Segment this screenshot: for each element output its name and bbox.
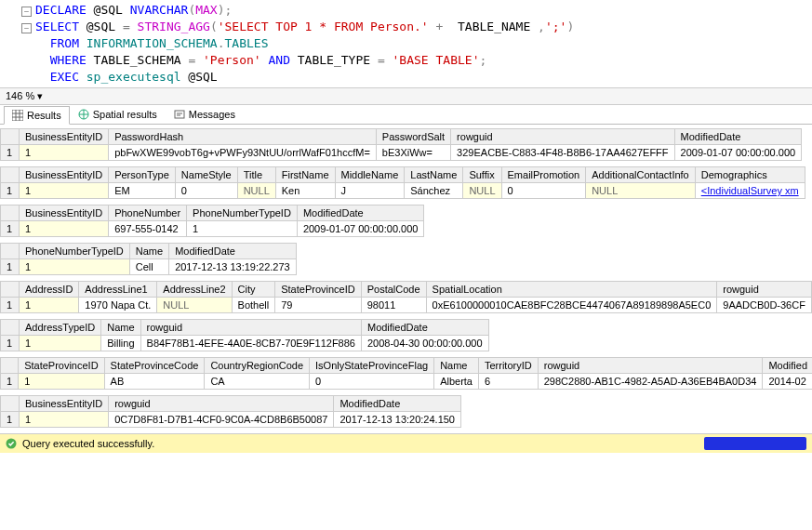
cell[interactable]: 1: [20, 183, 109, 199]
zoom-level[interactable]: 146 % ▾: [0, 87, 812, 105]
cell[interactable]: 0C7D8F81-D7B1-4CF0-9C0A-4CD8B6B50087: [109, 412, 334, 428]
cell[interactable]: 2014-02: [763, 374, 812, 390]
column-header[interactable]: ModifiedDate: [334, 396, 461, 412]
column-header[interactable]: rowguid: [717, 282, 812, 298]
column-header[interactable]: StateProvinceCode: [104, 358, 205, 374]
table-row[interactable]: 11pbFwXWE99vobT6g+vPWFy93NtUU/orrlWafF01…: [1, 145, 802, 161]
cell[interactable]: EM: [109, 183, 176, 199]
cell[interactable]: 6: [478, 374, 538, 390]
column-header[interactable]: BusinessEntityID: [20, 396, 109, 412]
column-header[interactable]: ModifiedDate: [674, 129, 802, 145]
column-header[interactable]: Demographics: [695, 167, 805, 183]
column-header[interactable]: Name: [129, 244, 168, 259]
column-header[interactable]: rowguid: [140, 320, 361, 336]
cell[interactable]: 1: [20, 336, 101, 351]
cell[interactable]: pbFwXWE99vobT6g+vPWFy93NtUU/orrlWafF01hc…: [109, 145, 377, 161]
column-header[interactable]: BusinessEntityID: [20, 167, 109, 183]
cell[interactable]: AB: [104, 374, 205, 390]
column-header[interactable]: NameStyle: [175, 167, 237, 183]
cell[interactable]: 2017-12-13 13:19:22.273: [169, 259, 297, 275]
table-row[interactable]: 11ABCA0Alberta6298C2880-AB1C-4982-A5AD-A…: [1, 374, 813, 390]
cell[interactable]: NULL: [237, 183, 275, 199]
column-header[interactable]: Suffix: [463, 167, 501, 183]
column-header[interactable]: PersonType: [109, 167, 176, 183]
table-row[interactable]: 11BillingB84F78B1-4EFE-4A0E-8CB7-70E9F11…: [1, 336, 489, 351]
cell[interactable]: 0: [501, 183, 586, 199]
column-header[interactable]: FirstName: [275, 167, 335, 183]
column-header[interactable]: rowguid: [109, 396, 334, 412]
column-header[interactable]: Name: [434, 358, 479, 374]
column-header[interactable]: TerritoryID: [478, 358, 538, 374]
column-header[interactable]: PostalCode: [361, 282, 426, 298]
table-row[interactable]: 110C7D8F81-D7B1-4CF0-9C0A-4CD8B6B5008720…: [1, 412, 461, 428]
column-header[interactable]: AddressLine2: [157, 282, 232, 298]
column-header[interactable]: StateProvinceID: [19, 358, 104, 374]
cell[interactable]: 298C2880-AB1C-4982-A5AD-A36EB4BA0D34: [538, 374, 763, 390]
column-header[interactable]: AdditionalContactInfo: [586, 167, 696, 183]
cell[interactable]: 1: [19, 374, 104, 390]
cell[interactable]: 1: [20, 298, 79, 313]
cell[interactable]: 329EACBE-C883-4F48-B8B6-17AA4627EFFF: [451, 145, 674, 161]
cell[interactable]: 697-555-0142: [109, 221, 187, 237]
column-header[interactable]: EmailPromotion: [501, 167, 586, 183]
cell[interactable]: J: [335, 183, 405, 199]
table-row[interactable]: 11EM0NULLKenJSánchezNULL0NULL<Individual…: [1, 183, 805, 199]
result-grid[interactable]: AddressTypeIDNamerowguidModifiedDate11Bi…: [0, 319, 489, 351]
cell[interactable]: 1: [20, 412, 109, 428]
result-grid[interactable]: BusinessEntityIDrowguidModifiedDate110C7…: [0, 395, 461, 428]
cell[interactable]: 1: [187, 221, 298, 237]
column-header[interactable]: Modified: [763, 358, 812, 374]
result-grid[interactable]: BusinessEntityIDPersonTypeNameStyleTitle…: [0, 166, 805, 199]
column-header[interactable]: PhoneNumberTypeID: [20, 244, 130, 259]
cell[interactable]: 0: [310, 374, 434, 390]
column-header[interactable]: SpatialLocation: [426, 282, 717, 298]
column-header[interactable]: Title: [237, 167, 275, 183]
sql-editor[interactable]: − DECLARE @SQL NVARCHAR(MAX); − SELECT @…: [0, 0, 812, 87]
column-header[interactable]: PhoneNumberTypeID: [187, 205, 298, 221]
cell[interactable]: Ken: [275, 183, 335, 199]
cell[interactable]: 1: [20, 259, 130, 275]
column-header[interactable]: ModifiedDate: [169, 244, 297, 259]
column-header[interactable]: IsOnlyStateProvinceFlag: [310, 358, 434, 374]
column-header[interactable]: LastName: [405, 167, 463, 183]
cell[interactable]: NULL: [157, 298, 232, 313]
fold-icon[interactable]: −: [21, 7, 32, 17]
cell[interactable]: 98011: [361, 298, 426, 313]
cell[interactable]: 9AADCB0D-36CF: [717, 298, 812, 313]
cell[interactable]: Bothell: [232, 298, 275, 313]
cell[interactable]: 79: [275, 298, 361, 313]
cell[interactable]: 2017-12-13 13:20:24.150: [334, 412, 461, 428]
result-grid[interactable]: BusinessEntityIDPasswordHashPasswordSalt…: [0, 128, 802, 161]
column-header[interactable]: StateProvinceID: [275, 282, 361, 298]
column-header[interactable]: AddressTypeID: [20, 320, 101, 336]
column-header[interactable]: AddressID: [20, 282, 79, 298]
cell[interactable]: Alberta: [434, 374, 479, 390]
cell[interactable]: 1: [20, 145, 109, 161]
column-header[interactable]: BusinessEntityID: [20, 129, 109, 145]
column-header[interactable]: rowguid: [538, 358, 763, 374]
result-grid[interactable]: StateProvinceIDStateProvinceCodeCountryR…: [0, 357, 812, 390]
cell[interactable]: 1970 Napa Ct.: [79, 298, 157, 313]
column-header[interactable]: PasswordHash: [109, 129, 377, 145]
column-header[interactable]: ModifiedDate: [361, 320, 488, 336]
fold-icon[interactable]: −: [21, 23, 32, 33]
tab-messages[interactable]: Messages: [166, 105, 244, 124]
column-header[interactable]: rowguid: [451, 129, 674, 145]
column-header[interactable]: Name: [101, 320, 140, 336]
table-row[interactable]: 11697-555-014212009-01-07 00:00:00.000: [1, 221, 424, 237]
tab-spatial[interactable]: Spatial results: [70, 105, 166, 124]
table-row[interactable]: 111970 Napa Ct.NULLBothell79980110xE6100…: [1, 298, 812, 313]
column-header[interactable]: CountryRegionCode: [205, 358, 310, 374]
cell[interactable]: 0: [175, 183, 237, 199]
column-header[interactable]: MiddleName: [335, 167, 405, 183]
column-header[interactable]: City: [232, 282, 275, 298]
cell[interactable]: NULL: [463, 183, 501, 199]
result-grid[interactable]: BusinessEntityIDPhoneNumberPhoneNumberTy…: [0, 205, 424, 237]
cell[interactable]: 0xE6100000010CAE8BFC28BCE4474067A8918989…: [426, 298, 717, 313]
column-header[interactable]: AddressLine1: [79, 282, 157, 298]
cell[interactable]: 2009-01-07 00:00:00.000: [674, 145, 802, 161]
cell[interactable]: CA: [205, 374, 310, 390]
cell[interactable]: Billing: [101, 336, 140, 351]
column-header[interactable]: ModifiedDate: [297, 205, 424, 221]
column-header[interactable]: BusinessEntityID: [20, 205, 109, 221]
